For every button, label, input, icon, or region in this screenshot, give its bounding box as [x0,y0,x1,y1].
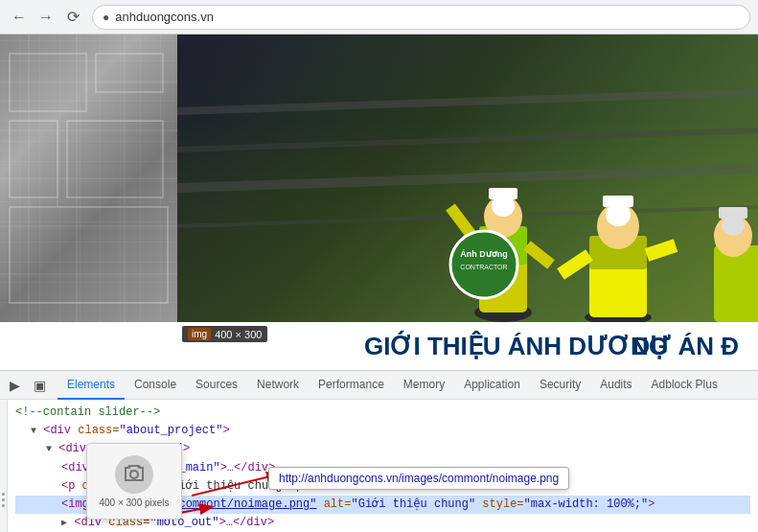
devtools-panel: ▶ ▣ Elements Console Sources Network Per… [0,370,758,532]
page-title: GIỚI THIỆU ÁNH DƯƠNG [364,332,668,361]
tab-elements[interactable]: Elements [57,371,125,400]
svg-rect-12 [10,207,168,303]
below-image-area: img 400 × 300 GIỚI THIỆU ÁNH DƯƠNG DỰ ÁN… [0,322,758,370]
devtools-tabs: ▶ ▣ Elements Console Sources Network Per… [0,371,758,400]
svg-text:Ánh Dương: Ánh Dương [460,249,508,259]
tab-sources[interactable]: Sources [186,371,247,400]
left-panel [0,35,177,322]
svg-rect-10 [10,121,57,197]
svg-rect-23 [489,188,517,199]
devtools-sidebar [0,400,8,532]
dua-an-title: DỰ ÁN Đ [632,332,739,361]
svg-line-32 [561,255,589,274]
svg-line-25 [527,245,551,265]
image-placeholder-popup: 400 × 300 pixels [86,443,182,520]
code-line-comment1: <!--contain slider--> [15,404,750,422]
tab-memory[interactable]: Memory [394,371,454,400]
image-tooltip: img 400 × 300 [182,326,267,342]
svg-text:CONTRACTOR: CONTRACTOR [460,264,507,270]
expand-icon-3[interactable] [61,518,67,528]
back-button[interactable]: ← [8,6,31,29]
url-tooltip-popup: http://anhduongcons.vn/images/commont/no… [268,467,569,490]
browser-toolbar: ← → ⟳ ● anhduongcons.vn [0,0,758,35]
svg-point-41 [130,471,138,478]
url-text: anhduongcons.vn [115,10,214,24]
image-dimension-text: 400 × 300 pixels [99,497,169,508]
devtools-body: <!--contain slider--> <div class="about_… [0,400,758,532]
devtools-icons: ▶ ▣ [4,375,50,396]
blueprint-image [0,35,177,322]
img-size-label: 400 × 300 [215,329,262,340]
tab-adblock-plus[interactable]: Adblock Plus [642,371,727,400]
svg-rect-34 [714,245,758,322]
security-icon: ● [103,11,109,24]
svg-line-33 [647,245,676,255]
tab-network[interactable]: Network [247,371,309,400]
svg-rect-37 [719,207,747,219]
main-image: Ánh Dương CONTRACTOR [177,35,758,322]
address-bar[interactable]: ● anhduongcons.vn [92,5,750,30]
code-line-1: <div class="about_project"> [15,422,750,440]
page-content: Ánh Dương CONTRACTOR [0,35,758,322]
svg-rect-9 [96,54,163,92]
svg-rect-31 [603,196,633,207]
svg-rect-11 [67,121,163,197]
expand-icon[interactable] [31,426,36,436]
inspect-element-button[interactable]: ▶ [4,375,25,396]
tab-audits[interactable]: Audits [590,371,641,400]
device-toolbar-button[interactable]: ▣ [29,375,50,396]
tab-console[interactable]: Console [125,371,186,400]
tab-performance[interactable]: Performance [309,371,394,400]
tab-application[interactable]: Application [454,371,530,400]
camera-icon [115,455,153,494]
refresh-button[interactable]: ⟳ [61,6,84,29]
nav-buttons: ← → ⟳ [8,6,84,29]
expand-icon-2[interactable] [46,444,52,454]
img-tag: img [188,328,211,340]
forward-button[interactable]: → [34,6,57,29]
tab-security[interactable]: Security [530,371,590,400]
